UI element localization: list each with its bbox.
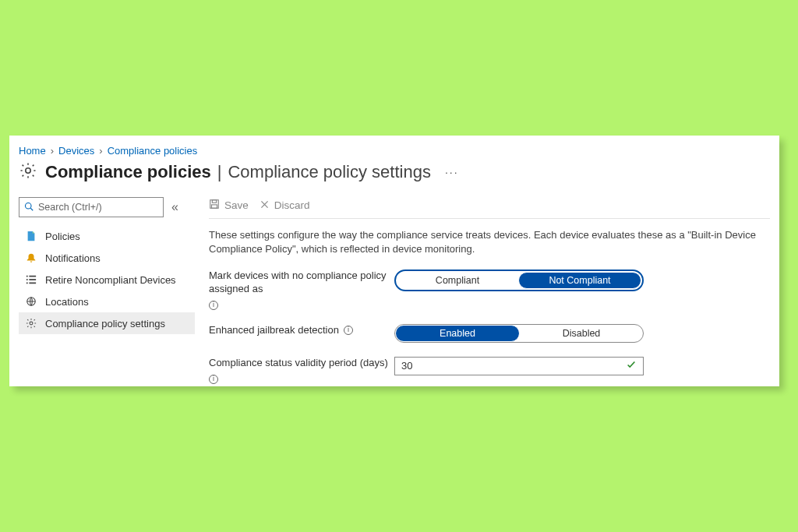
document-icon — [25, 230, 37, 242]
checkmark-icon — [626, 359, 637, 372]
search-icon — [24, 200, 34, 214]
svg-point-1 — [26, 203, 32, 210]
sidebar-item-label: Compliance policy settings — [45, 318, 165, 329]
discard-button[interactable]: Discard — [260, 199, 310, 212]
breadcrumb: Home › Devices › Compliance policies — [19, 145, 770, 157]
svg-rect-11 — [212, 200, 216, 203]
save-icon — [209, 199, 220, 212]
sidebar-item-label: Locations — [45, 296, 89, 308]
gear-icon — [25, 317, 37, 329]
svg-rect-2 — [26, 276, 28, 277]
svg-rect-7 — [29, 283, 36, 284]
close-icon — [260, 199, 270, 212]
setting-label: Compliance status validity period (days) — [209, 357, 388, 370]
sidebar-item-label: Policies — [45, 231, 80, 242]
page-title-row: Compliance policies | Compliance policy … — [19, 161, 770, 183]
globe-icon — [25, 295, 37, 308]
svg-rect-6 — [26, 283, 28, 284]
setting-row-jailbreak: Enhanced jailbreak detection i Enabled D… — [209, 324, 770, 343]
option-compliant[interactable]: Compliant — [397, 272, 518, 289]
setting-label: Enhanced jailbreak detection — [209, 324, 339, 337]
option-not-compliant[interactable]: Not Compliant — [518, 272, 641, 289]
main-content: Save Discard These settings configure th… — [209, 197, 770, 398]
sidebar-item-retire-noncompliant[interactable]: Retire Noncompliant Devices — [19, 269, 195, 291]
description-text: These settings configure the way the com… — [209, 228, 770, 255]
gear-icon — [19, 161, 37, 183]
sidebar-item-compliance-policy-settings[interactable]: Compliance policy settings — [19, 312, 195, 334]
setting-row-mark-devices: Mark devices with no compliance policy a… — [209, 270, 770, 310]
svg-rect-12 — [212, 205, 217, 208]
sidebar-item-notifications[interactable]: Notifications — [19, 247, 195, 269]
svg-rect-3 — [29, 276, 36, 277]
segmented-jailbreak: Enabled Disabled — [394, 324, 644, 343]
list-icon — [25, 273, 37, 286]
save-button[interactable]: Save — [209, 199, 249, 212]
option-disabled[interactable]: Disabled — [520, 325, 643, 342]
option-enabled[interactable]: Enabled — [395, 325, 520, 342]
search-input-wrapper[interactable] — [19, 197, 164, 217]
setting-row-validity-period: Compliance status validity period (days)… — [209, 357, 770, 384]
segmented-mark-devices: Compliant Not Compliant — [394, 270, 644, 291]
search-input[interactable] — [38, 202, 161, 213]
breadcrumb-devices[interactable]: Devices — [58, 145, 94, 157]
page-title: Compliance policies | Compliance policy … — [45, 162, 431, 182]
bell-icon — [25, 252, 37, 264]
setting-label: Mark devices with no compliance policy a… — [209, 270, 394, 296]
toolbar: Save Discard — [209, 197, 770, 219]
settings-panel: Home › Devices › Compliance policies Com… — [9, 136, 779, 386]
collapse-sidebar-button[interactable]: « — [171, 200, 178, 214]
sidebar-item-locations[interactable]: Locations — [19, 291, 195, 312]
more-actions-button[interactable]: ··· — [445, 166, 459, 178]
info-icon[interactable]: i — [209, 301, 218, 310]
breadcrumb-compliance-policies[interactable]: Compliance policies — [108, 145, 198, 157]
validity-value: 30 — [401, 360, 412, 372]
breadcrumb-home[interactable]: Home — [19, 145, 46, 157]
svg-point-0 — [26, 168, 30, 173]
svg-rect-4 — [26, 279, 28, 280]
sidebar: « Policies Notifications Retire Noncompl… — [19, 197, 195, 398]
svg-point-9 — [30, 322, 33, 325]
validity-period-input[interactable]: 30 — [394, 357, 644, 375]
svg-rect-5 — [29, 279, 36, 280]
chevron-right-icon: › — [51, 145, 54, 157]
sidebar-item-label: Notifications — [45, 252, 101, 264]
info-icon[interactable]: i — [344, 326, 353, 335]
sidebar-item-label: Retire Noncompliant Devices — [45, 274, 176, 286]
sidebar-item-policies[interactable]: Policies — [19, 225, 195, 247]
info-icon[interactable]: i — [209, 375, 218, 384]
chevron-right-icon: › — [99, 145, 102, 157]
